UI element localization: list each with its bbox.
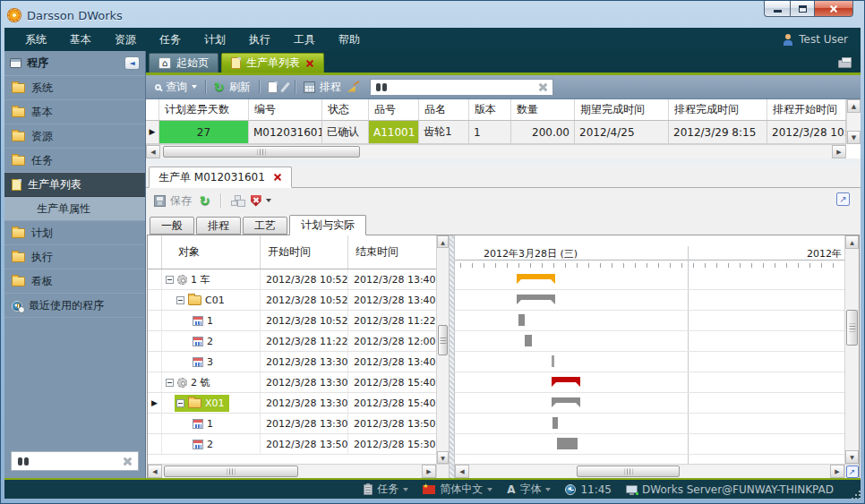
cell-start-time[interactable]: 2012/3/28 13:30 bbox=[261, 393, 348, 413]
cell-end-time[interactable]: 2012/3/28 13:40 bbox=[348, 290, 436, 310]
sidebar-collapse-button[interactable]: ◄ bbox=[124, 56, 140, 70]
menu-plan[interactable]: 计划 bbox=[193, 28, 237, 51]
scroll-left-arrow[interactable]: ◀ bbox=[455, 465, 469, 478]
cell-start-time[interactable]: 2012/3/28 13:30 bbox=[261, 352, 348, 372]
sidebar-item-kanban[interactable]: 看板 bbox=[4, 269, 145, 294]
scrollbar-thumb[interactable] bbox=[846, 310, 858, 346]
cell-start-time[interactable]: 2012/3/28 10:52 bbox=[261, 311, 348, 330]
status-font-dropdown[interactable]: A 字体 bbox=[507, 482, 551, 497]
close-button[interactable] bbox=[814, 1, 853, 17]
scroll-right-arrow[interactable]: ▶ bbox=[422, 465, 436, 478]
column-header[interactable]: 结束时间 bbox=[348, 235, 436, 269]
tab-process[interactable]: 工艺 bbox=[243, 217, 287, 235]
tree-cell-object[interactable]: 2 铣 bbox=[162, 372, 261, 392]
save-button[interactable]: 保存 bbox=[154, 193, 192, 209]
gantt-summary-bar[interactable] bbox=[517, 274, 555, 284]
cell-end-time[interactable]: 2012/3/28 11:22 bbox=[348, 311, 436, 330]
tree-row[interactable]: 3 2012/3/28 13:30 2012/3/28 13:40 bbox=[148, 352, 436, 372]
tree-cell-object[interactable]: 2 bbox=[162, 434, 261, 454]
minimize-button[interactable] bbox=[764, 1, 791, 17]
tree-cell-object[interactable]: X01 bbox=[162, 393, 261, 413]
menu-help[interactable]: 帮助 bbox=[327, 28, 372, 51]
collapse-node-icon[interactable] bbox=[166, 379, 174, 387]
scrollbar-thumb[interactable] bbox=[438, 325, 448, 355]
tree-row-selected[interactable]: ▶ X01 2012/3/28 13:30 2012/3/28 15:40 bbox=[148, 393, 436, 414]
cell-end-time[interactable]: 2012/3/28 13:50 bbox=[348, 414, 436, 433]
tree-cell-object[interactable]: C01 bbox=[162, 290, 261, 310]
new-button[interactable] bbox=[268, 81, 278, 93]
cell-version[interactable]: 1 bbox=[469, 121, 511, 143]
status-language-dropdown[interactable]: 简体中文 bbox=[423, 482, 492, 497]
sidebar-item-basic[interactable]: 基本 bbox=[4, 100, 145, 124]
gantt-task-bar[interactable] bbox=[552, 417, 558, 429]
column-header[interactable]: 开始时间 bbox=[261, 235, 348, 269]
gantt-summary-bar[interactable] bbox=[552, 377, 580, 387]
column-header[interactable]: 排程完成时间 bbox=[669, 99, 767, 120]
clear-search-icon[interactable] bbox=[122, 456, 133, 466]
scrollbar-thumb[interactable] bbox=[163, 146, 360, 158]
tree-cell-object[interactable]: 1 bbox=[162, 414, 261, 433]
menu-system[interactable]: 系统 bbox=[13, 28, 58, 51]
detail-doc-tab[interactable]: 生产单 M012031601 bbox=[149, 167, 292, 188]
scroll-down-arrow[interactable]: ▼ bbox=[847, 131, 861, 144]
scroll-up-arrow[interactable]: ▲ bbox=[437, 235, 449, 248]
column-header[interactable]: 期望完成时间 bbox=[575, 99, 669, 120]
refresh-detail-button[interactable]: ↻ bbox=[200, 195, 210, 206]
menu-execute[interactable]: 执行 bbox=[237, 28, 282, 51]
cell-start-time[interactable]: 2012/3/28 11:22 bbox=[261, 331, 348, 351]
cell-qty[interactable]: 200.00 bbox=[511, 121, 575, 143]
clear-search-icon[interactable] bbox=[537, 81, 548, 92]
gantt-task-bar[interactable] bbox=[518, 314, 525, 326]
tab-production-order-list[interactable]: 生产单列表 bbox=[221, 53, 324, 73]
column-header[interactable]: 排程开始时间 bbox=[767, 99, 846, 120]
toolbar-search-input[interactable] bbox=[370, 79, 553, 96]
cell-code[interactable]: M012031601 bbox=[249, 121, 322, 143]
close-tab-icon[interactable] bbox=[273, 173, 282, 182]
tree-row[interactable]: 2 2012/3/28 13:50 2012/3/28 15:30 bbox=[148, 434, 436, 455]
open-external-icon[interactable]: ↗ bbox=[836, 192, 850, 206]
table-row[interactable]: ▶ 27 M012031601 已确认 A11001 齿轮1 1 200.00 … bbox=[146, 121, 846, 144]
column-header[interactable]: 编号 bbox=[249, 99, 322, 120]
collapse-node-icon[interactable] bbox=[166, 276, 174, 284]
scroll-right-arrow[interactable]: ▶ bbox=[832, 145, 846, 158]
cell-end-time[interactable]: 2012/3/28 15:40 bbox=[348, 393, 436, 413]
cell-end-time[interactable]: 2012/3/28 13:40 bbox=[348, 352, 436, 372]
gantt-task-bar[interactable] bbox=[525, 335, 532, 346]
cell-start-time[interactable]: 2012/3/28 13:30 bbox=[261, 414, 348, 433]
sidebar-search-box[interactable] bbox=[11, 451, 139, 471]
cell-item-name[interactable]: 齿轮1 bbox=[419, 121, 469, 143]
resize-grip[interactable] bbox=[855, 494, 857, 496]
sidebar-item-recent-programs[interactable]: 最近使用的程序 bbox=[4, 294, 145, 318]
tree-row[interactable]: 2 2012/3/28 11:22 2012/3/28 12:00 bbox=[148, 331, 436, 352]
schedule-button[interactable]: 排程 bbox=[304, 80, 341, 95]
tab-home[interactable]: ⌂ 起始页 bbox=[149, 53, 218, 73]
sidebar-item-production-order-props[interactable]: 生产单属性 bbox=[4, 197, 145, 221]
gantt-task-bar[interactable] bbox=[557, 438, 578, 449]
cell-end-time[interactable]: 2012/3/28 13:40 bbox=[348, 269, 436, 289]
pane-splitter[interactable] bbox=[449, 235, 455, 478]
cell-start-time[interactable]: 2012/3/28 13:50 bbox=[261, 434, 348, 454]
expand-gantt-icon[interactable]: ↗ bbox=[846, 466, 859, 478]
column-header[interactable]: 版本 bbox=[469, 99, 511, 120]
gantt-summary-bar[interactable] bbox=[552, 397, 580, 407]
scroll-left-arrow[interactable]: ◀ bbox=[146, 145, 160, 158]
tab-plan-vs-actual[interactable]: 计划与实际 bbox=[289, 215, 366, 235]
query-button[interactable]: 查询 bbox=[155, 80, 197, 95]
scroll-down-arrow[interactable]: ▼ bbox=[437, 451, 449, 464]
tree-row[interactable]: 1 2012/3/28 10:52 2012/3/28 11:22 bbox=[148, 311, 436, 331]
tab-schedule[interactable]: 排程 bbox=[196, 217, 241, 235]
menu-basic[interactable]: 基本 bbox=[58, 28, 103, 51]
cell-end-time[interactable]: 2012/3/28 15:40 bbox=[348, 372, 436, 392]
sidebar-item-resource[interactable]: 资源 bbox=[4, 124, 145, 149]
cell-end-time[interactable]: 2012/3/28 12:00 bbox=[348, 331, 436, 351]
column-header[interactable]: 计划差异天数 bbox=[159, 99, 249, 120]
cell-status[interactable]: 已确认 bbox=[322, 121, 369, 143]
validate-button[interactable] bbox=[251, 195, 271, 207]
tree-cell-object[interactable]: 1 车 bbox=[162, 269, 261, 289]
tree-row[interactable]: 1 车 2012/3/28 10:52 2012/3/28 13:40 bbox=[148, 269, 436, 290]
gantt-summary-bar[interactable] bbox=[517, 295, 555, 304]
tree-cell-object[interactable]: 2 bbox=[162, 331, 261, 351]
column-header[interactable]: 品号 bbox=[369, 99, 419, 120]
tab-general[interactable]: 一般 bbox=[150, 217, 194, 235]
sidebar-item-task[interactable]: 任务 bbox=[4, 149, 145, 173]
